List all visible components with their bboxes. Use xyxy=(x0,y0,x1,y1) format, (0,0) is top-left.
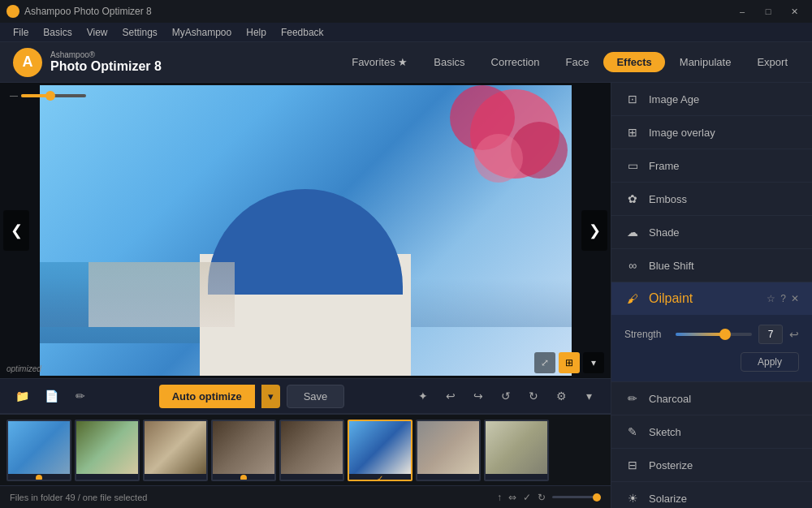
magic-wand-button[interactable]: ✦ xyxy=(411,384,435,408)
tab-face[interactable]: Face xyxy=(555,51,601,73)
thumb-img-2 xyxy=(76,421,138,474)
filmstrip-thumb-5[interactable] xyxy=(279,420,344,481)
strength-label: Strength xyxy=(624,329,669,340)
oilpaint-header-actions: ☆ ? ✕ xyxy=(767,293,799,304)
shade-label: Shade xyxy=(649,226,799,239)
rotate-right-button[interactable]: ↻ xyxy=(521,384,546,408)
status-swap-icon[interactable]: ⇔ xyxy=(508,492,516,503)
app-icon xyxy=(6,5,19,18)
emboss-icon: ✿ xyxy=(624,191,641,207)
status-check-icon[interactable]: ✓ xyxy=(523,492,531,503)
filmstrip-thumb-7[interactable] xyxy=(416,420,481,481)
menu-feedback[interactable]: Feedback xyxy=(274,25,330,40)
tab-effects[interactable]: Effects xyxy=(603,52,664,72)
sketch-label: Sketch xyxy=(649,426,799,438)
rotate-left-button[interactable]: ↺ xyxy=(494,384,518,408)
panel-item-image-age[interactable]: ⊡ Image Age xyxy=(611,83,812,116)
redo-button[interactable]: ↪ xyxy=(466,384,490,408)
tab-favorites[interactable]: Favorites ★ xyxy=(340,51,419,73)
add-file-button[interactable]: 📄 xyxy=(39,384,63,408)
menu-basics[interactable]: Basics xyxy=(37,25,78,40)
top-slider-thumb[interactable] xyxy=(45,91,55,101)
save-button[interactable]: Save xyxy=(287,385,345,408)
menu-myashampoo[interactable]: MyAshampoo xyxy=(166,25,238,40)
thumb-img-6 xyxy=(349,421,411,474)
filmstrip-thumb-2[interactable] xyxy=(75,420,140,481)
zoom-slider-thumb[interactable] xyxy=(593,493,601,502)
oilpaint-header[interactable]: 🖌 Oilpaint ☆ ? ✕ xyxy=(611,282,812,315)
menu-help[interactable]: Help xyxy=(240,25,273,40)
strength-reset-button[interactable]: ↩ xyxy=(789,328,799,341)
thumb-img-7 xyxy=(417,421,479,474)
toolbar-right: ✦ ↩ ↪ ↺ ↻ ⚙ ▾ xyxy=(411,384,601,408)
panel-item-charcoal[interactable]: ✏ Charcoal xyxy=(611,382,812,415)
close-button[interactable]: ✕ xyxy=(783,3,806,19)
thumb-bar-5 xyxy=(281,474,343,481)
view-options-button[interactable]: ▾ xyxy=(583,352,604,373)
tab-basics[interactable]: Basics xyxy=(422,51,476,73)
filmstrip-thumb-1[interactable] xyxy=(6,420,71,481)
fullscreen-button[interactable]: ⤢ xyxy=(534,352,555,373)
frame-icon: ▭ xyxy=(624,157,641,174)
emboss-label: Emboss xyxy=(649,193,799,205)
status-up-icon[interactable]: ↑ xyxy=(497,492,502,503)
zoom-slider[interactable] xyxy=(552,496,601,498)
blue-shift-icon: ∞ xyxy=(624,257,641,273)
app-name: Ashampoo® Photo Optimizer 8 xyxy=(50,50,162,74)
apply-button[interactable]: Apply xyxy=(741,352,799,372)
panel-item-shade[interactable]: ☁ Shade xyxy=(611,216,812,249)
menu-file[interactable]: File xyxy=(6,25,35,40)
maximize-button[interactable]: □ xyxy=(757,3,780,19)
center-panel: — ❮ ❯ optimized ⤢ ⊞ ▾ 📁 📄 xyxy=(0,83,611,508)
undo-button[interactable]: ↩ xyxy=(438,384,463,408)
tab-correction[interactable]: Correction xyxy=(480,51,551,73)
panel-item-image-overlay[interactable]: ⊞ Image overlay xyxy=(611,116,812,149)
filmstrip-thumb-4[interactable] xyxy=(211,420,276,481)
menu-settings[interactable]: Settings xyxy=(115,25,163,40)
strength-slider-thumb[interactable] xyxy=(719,329,731,340)
top-slider[interactable]: — xyxy=(10,91,86,100)
auto-optimize-button[interactable]: Auto optimize xyxy=(159,385,255,408)
strength-value[interactable]: 7 xyxy=(758,325,783,344)
strength-slider[interactable] xyxy=(676,333,752,336)
menu-view[interactable]: View xyxy=(80,25,114,40)
prev-image-button[interactable]: ❮ xyxy=(3,210,29,251)
panel-item-sketch[interactable]: ✎ Sketch xyxy=(611,415,812,449)
app-logo: A Ashampoo® Photo Optimizer 8 xyxy=(13,48,162,77)
image-viewer: — ❮ ❯ optimized ⤢ ⊞ ▾ xyxy=(0,83,611,378)
shade-icon: ☁ xyxy=(624,224,641,240)
panel-item-solarize[interactable]: ☀ Solarize xyxy=(611,482,812,508)
nav-tabs: Favorites ★ Basics Correction Face Effec… xyxy=(340,51,799,73)
open-folder-button[interactable]: 📁 xyxy=(10,384,34,408)
thumb-img-1 xyxy=(8,421,70,474)
top-slider-track[interactable] xyxy=(21,94,86,97)
image-age-label: Image Age xyxy=(649,93,799,105)
oilpaint-close-icon[interactable]: ✕ xyxy=(791,293,799,304)
oilpaint-help-icon[interactable]: ? xyxy=(780,293,786,304)
zoom-slider-track[interactable] xyxy=(552,496,601,498)
thumb-dot-1 xyxy=(36,475,42,481)
oilpaint-favorite-icon[interactable]: ☆ xyxy=(767,293,775,304)
tab-manipulate[interactable]: Manipulate xyxy=(668,51,743,73)
view-split-button[interactable]: ⊞ xyxy=(559,352,580,373)
status-rotate-icon[interactable]: ↻ xyxy=(538,492,546,503)
auto-optimize-arrow-button[interactable]: ▾ xyxy=(261,385,280,408)
next-image-button[interactable]: ❯ xyxy=(581,210,607,251)
image-age-icon: ⊡ xyxy=(624,91,641,107)
filmstrip-thumb-3[interactable] xyxy=(143,420,208,481)
minimize-button[interactable]: – xyxy=(731,3,754,19)
panel-item-blue-shift[interactable]: ∞ Blue Shift xyxy=(611,249,812,282)
tab-export[interactable]: Export xyxy=(745,51,799,73)
thumb-img-4 xyxy=(213,421,274,474)
filmstrip-thumb-6[interactable]: ✓ xyxy=(348,420,412,481)
more-button[interactable]: ▾ xyxy=(577,384,601,408)
settings-button[interactable]: ⚙ xyxy=(549,384,573,408)
window-controls[interactable]: – □ ✕ xyxy=(731,3,806,19)
edit-button[interactable]: ✏ xyxy=(68,384,93,408)
panel-item-posterize[interactable]: ⊟ Posterize xyxy=(611,449,812,482)
panel-item-frame[interactable]: ▭ Frame xyxy=(611,149,812,183)
thumb-img-8 xyxy=(486,421,547,474)
filmstrip-thumb-8[interactable] xyxy=(484,420,549,481)
panel-item-emboss[interactable]: ✿ Emboss xyxy=(611,183,812,216)
toolbar-center: Auto optimize ▾ Save xyxy=(99,385,404,408)
